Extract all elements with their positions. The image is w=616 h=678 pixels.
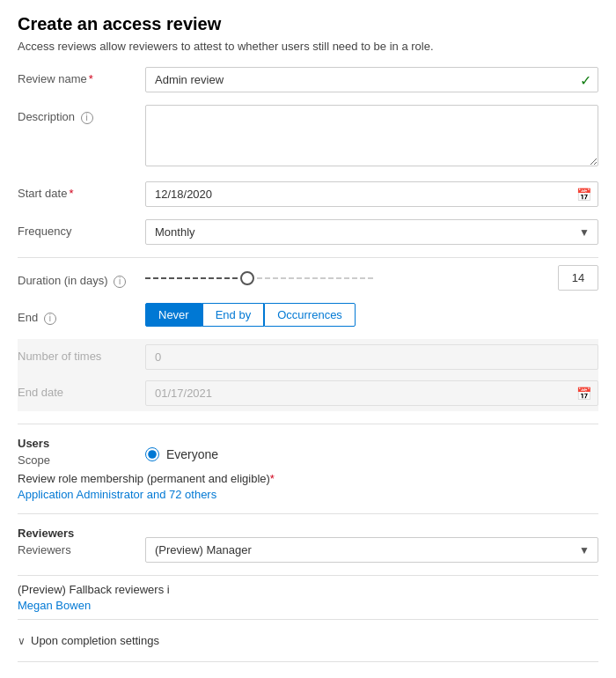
checkmark-icon: ✓ (580, 71, 591, 88)
description-info-icon[interactable]: i (81, 112, 93, 124)
page-title: Create an access review (18, 14, 598, 34)
end-toggle-group: Never End by Occurrences (145, 303, 598, 327)
fallback-reviewers-link[interactable]: Megan Bowen (18, 599, 91, 612)
review-name-label: Review name* (18, 67, 145, 85)
end-never-button[interactable]: Never (145, 303, 202, 327)
fallback-reviewers-label: (Preview) Fallback reviewers i (18, 583, 598, 596)
role-membership-link[interactable]: Application Administrator and 72 others (18, 488, 216, 501)
frequency-select[interactable]: Weekly Monthly Quarterly Semi-annually A… (145, 219, 598, 245)
end-by-button[interactable]: End by (202, 303, 264, 327)
users-section-label: Users (18, 437, 145, 450)
description-input[interactable] (145, 105, 598, 166)
role-membership-label: Review role membership (permanent and el… (18, 472, 598, 485)
reviewers-section-label-wrapper: Reviewers Reviewers (18, 521, 145, 558)
end-date-input: 01/17/2021 (145, 380, 598, 406)
frequency-label: Frequency (18, 219, 145, 238)
reviewers-select[interactable]: (Preview) Manager Selected users Members… (145, 537, 598, 563)
completion-settings-label: Upon completion settings (31, 634, 159, 647)
scope-everyone-radio[interactable] (145, 447, 159, 461)
start-date-input[interactable] (145, 181, 598, 207)
end-label: End i (18, 306, 145, 325)
duration-value-input[interactable] (558, 265, 598, 291)
scope-everyone-label[interactable]: Everyone (166, 447, 218, 461)
duration-label: Duration (in days) i (18, 269, 145, 288)
end-info-icon[interactable]: i (44, 313, 56, 325)
slider-thumb[interactable] (240, 271, 254, 285)
reviewers-sublabel: Reviewers (18, 543, 145, 556)
end-occurrences-button[interactable]: Occurrences (264, 303, 356, 327)
description-label: Description i (18, 105, 145, 124)
end-date-calendar-icon: 📅 (576, 387, 591, 401)
calendar-icon[interactable]: 📅 (576, 188, 591, 202)
end-date-label: End date (18, 380, 145, 399)
scope-label: Scope (18, 453, 145, 467)
duration-slider[interactable] (145, 269, 547, 287)
scope-everyone-row: Everyone (145, 447, 598, 461)
number-of-times-label: Number of times (18, 344, 145, 363)
page-subtitle: Access reviews allow reviewers to attest… (18, 40, 598, 53)
completion-settings-collapse[interactable]: ∨ Upon completion settings (18, 627, 598, 654)
duration-info-icon[interactable]: i (114, 276, 126, 288)
fallback-reviewers-info-icon[interactable]: i (167, 583, 170, 596)
start-date-label: Start date* (18, 181, 145, 200)
reviewers-section-label: Reviewers (18, 527, 145, 540)
chevron-down-icon: ∨ (18, 635, 26, 647)
review-name-input[interactable] (145, 67, 598, 92)
number-of-times-input: 0 (145, 344, 598, 370)
users-label-wrapper: Users Scope (18, 431, 145, 468)
